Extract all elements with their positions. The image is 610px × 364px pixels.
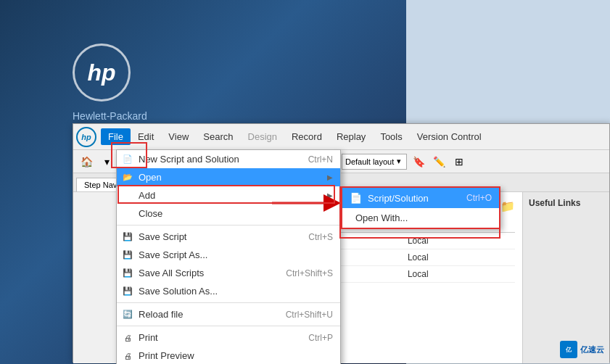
save-all-icon: 💾 xyxy=(121,267,134,280)
menu-replay[interactable]: Replay xyxy=(329,128,373,145)
separator1 xyxy=(117,225,340,226)
file-menu-dropdown: 📄 New Script and Solution Ctrl+N 📂 Open … xyxy=(116,149,341,364)
file-new-shortcut: Ctrl+N xyxy=(308,154,333,165)
useful-links-title: Useful Links xyxy=(529,198,603,208)
script-solution-icon: 📄 xyxy=(350,192,362,204)
menu-view[interactable]: View xyxy=(161,128,196,145)
cell-location: Local xyxy=(405,233,515,249)
menu-edit[interactable]: Edit xyxy=(131,128,161,145)
toolbar-home-icon[interactable]: 🏠 xyxy=(78,153,95,170)
layout-dropdown-label: Default layout xyxy=(345,157,394,166)
file-save-script-shortcut: Ctrl+S xyxy=(308,232,333,242)
file-print[interactable]: 🖨 Print Ctrl+P xyxy=(117,328,340,347)
hp-logo-text-splash: hp xyxy=(87,59,115,86)
close-icon xyxy=(121,207,134,220)
save-script-icon: 💾 xyxy=(121,231,134,244)
print-icon: 🖨 xyxy=(121,331,134,344)
file-save-script-as-label: Save Script As... xyxy=(139,249,207,260)
open-submenu: 📄 Script/Solution Ctrl+O Open With... xyxy=(341,186,500,229)
file-close[interactable]: Close xyxy=(117,204,340,223)
menu-design[interactable]: Design xyxy=(241,128,284,145)
menu-file[interactable]: File xyxy=(101,128,131,145)
separator3 xyxy=(117,326,340,326)
menu-search[interactable]: Search xyxy=(196,128,240,145)
company-name: Hewlett-Packard xyxy=(73,110,290,122)
file-print-shortcut: Ctrl+P xyxy=(308,333,333,343)
browse-solution-btn[interactable]: 📁 xyxy=(500,199,515,213)
file-reload-shortcut: Ctrl+Shift+U xyxy=(286,310,333,320)
file-close-label: Close xyxy=(139,208,162,219)
watermark: 亿 亿速云 xyxy=(560,341,604,358)
file-print-preview[interactable]: 🖨 Print Preview xyxy=(117,347,340,364)
menu-version-control[interactable]: Version Control xyxy=(410,128,489,145)
toolbar-bookmark-icon[interactable]: 🔖 xyxy=(410,153,427,170)
layout-dropdown[interactable]: Default layout ▾ xyxy=(342,154,407,170)
submenu-open-with-label: Open With... xyxy=(355,212,408,223)
file-open-label: Open xyxy=(139,172,162,183)
hp-logo-small-text: hp xyxy=(81,133,91,141)
menu-bar: hp File Edit View Search Design Record R… xyxy=(73,124,609,150)
file-save-script[interactable]: 💾 Save Script Ctrl+S xyxy=(117,228,340,246)
toolbar-dropdown-icon[interactable]: ▾ xyxy=(98,153,115,170)
reload-icon: 🔄 xyxy=(121,308,134,321)
file-save-all-shortcut: Ctrl+Shift+S xyxy=(286,268,333,278)
hp-logo-splash: hp xyxy=(73,44,131,102)
submenu-open-with[interactable]: Open With... xyxy=(342,208,499,228)
file-print-label: Print xyxy=(139,332,158,343)
file-save-all-label: Save All Scripts xyxy=(139,268,204,278)
add-icon xyxy=(121,189,134,202)
submenu-script-label: Script/Solution xyxy=(368,193,429,204)
file-add[interactable]: Add ▶ xyxy=(117,186,340,204)
file-add-label: Add xyxy=(139,190,155,201)
watermark-logo-text: 亿 xyxy=(566,346,572,354)
watermark-logo: 亿 xyxy=(560,341,577,358)
file-new[interactable]: 📄 New Script and Solution Ctrl+N xyxy=(117,150,340,168)
save-script-as-icon: 💾 xyxy=(121,249,134,262)
menu-record[interactable]: Record xyxy=(284,128,329,145)
cell-location: Local xyxy=(405,249,515,266)
file-save-solution-label: Save Solution As... xyxy=(139,286,218,297)
submenu-script-shortcut: Ctrl+O xyxy=(466,193,492,203)
separator2 xyxy=(117,302,340,303)
file-reload-label: Reload file xyxy=(139,309,183,320)
useful-links-panel: Useful Links xyxy=(522,192,609,363)
file-save-solution-as[interactable]: 💾 Save Solution As... xyxy=(117,282,340,300)
save-solution-icon: 💾 xyxy=(121,285,134,298)
file-new-label: New Script and Solution xyxy=(139,154,239,165)
cell-location: Local xyxy=(405,266,515,283)
file-save-script-label: Save Script xyxy=(139,231,186,242)
print-preview-icon: 🖨 xyxy=(121,349,134,363)
file-reload[interactable]: 🔄 Reload file Ctrl+Shift+U xyxy=(117,305,340,323)
file-open[interactable]: 📂 Open ▶ xyxy=(117,168,340,186)
toolbar-edit-icon[interactable]: ✏️ xyxy=(430,153,448,170)
open-submenu-arrow: ▶ xyxy=(327,173,333,181)
layout-dropdown-arrow: ▾ xyxy=(397,157,401,166)
file-save-script-as[interactable]: 💾 Save Script As... xyxy=(117,246,340,264)
add-submenu-arrow: ▶ xyxy=(327,191,333,199)
file-save-all-scripts[interactable]: 💾 Save All Scripts Ctrl+Shift+S xyxy=(117,264,340,282)
toolbar-grid-icon[interactable]: ⊞ xyxy=(450,153,468,170)
new-icon: 📄 xyxy=(121,153,134,166)
submenu-script-solution[interactable]: 📄 Script/Solution Ctrl+O xyxy=(342,188,499,208)
open-icon: 📂 xyxy=(121,171,134,184)
watermark-text: 亿速云 xyxy=(580,344,604,355)
menu-tools[interactable]: Tools xyxy=(373,128,409,145)
hp-logo-menubar[interactable]: hp xyxy=(76,127,96,147)
file-print-preview-label: Print Preview xyxy=(139,350,194,361)
